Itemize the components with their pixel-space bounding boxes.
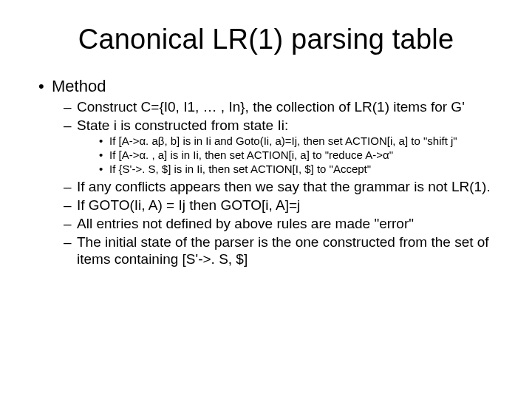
list-item: Construct C={I0, I1, … , In}, the collec… — [35, 98, 497, 115]
list-item: If any conflicts appears then we say tha… — [35, 178, 497, 195]
list-item: The initial state of the parser is the o… — [35, 233, 497, 267]
text: If [A->α. , a] is in Ii, then set ACTION… — [109, 149, 393, 161]
text: All entries not defined by above rules a… — [77, 216, 414, 231]
list-item: Method — [35, 76, 497, 97]
list-item: If {S'->. S, $] is in Ii, then set ACTIO… — [35, 163, 497, 176]
text: If {S'->. S, $] is in Ii, then set ACTIO… — [109, 163, 371, 175]
text: State i is constructed from state Ii: — [77, 117, 288, 133]
text: Method — [52, 77, 106, 95]
text: If [A->α. aβ, b] is in Ii and Goto(Ii, a… — [109, 134, 457, 147]
list-item: If [A->α. , a] is in Ii, then set ACTION… — [35, 149, 497, 162]
slide: Canonical LR(1) parsing table Method Con… — [0, 0, 532, 399]
list-item: If GOTO(Ii, A) = Ij then GOTO[i, A]=j — [35, 197, 497, 214]
list-item: If [A->α. aβ, b] is in Ii and Goto(Ii, a… — [35, 134, 497, 148]
list-item: All entries not defined by above rules a… — [35, 215, 497, 232]
outline: Method Construct C={I0, I1, … , In}, the… — [35, 76, 497, 268]
list-item: State i is constructed from state Ii: — [35, 117, 497, 134]
text: If any conflicts appears then we say tha… — [77, 179, 491, 194]
text: If GOTO(Ii, A) = Ij then GOTO[i, A]=j — [77, 197, 300, 213]
text: Construct C={I0, I1, … , In}, the collec… — [77, 99, 465, 115]
text: The initial state of the parser is the o… — [77, 234, 489, 267]
slide-title: Canonical LR(1) parsing table — [35, 24, 497, 55]
